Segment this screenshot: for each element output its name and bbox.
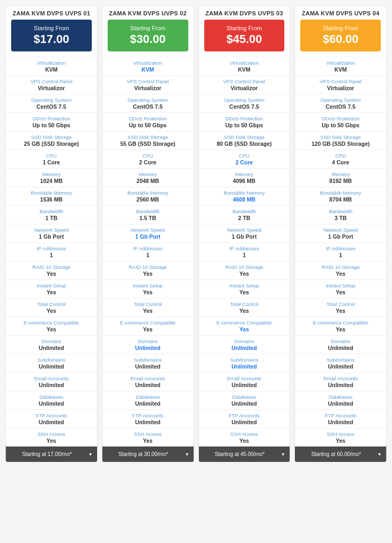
price-from-label: Starting From (112, 25, 184, 31)
spec-row: Instant SetupYes (295, 279, 386, 298)
spec-value: Virtualizor (299, 85, 382, 91)
spec-row: SSH AccessYes (295, 428, 386, 446)
spec-value: 55 GB (SSD Storage) (107, 141, 189, 147)
spec-row: Email AccountsUnlimited (199, 372, 290, 391)
spec-label: CPU (10, 153, 93, 159)
spec-value: 1 (299, 252, 382, 258)
order-button[interactable]: Starting at 60.00/mo*▾ (295, 446, 386, 462)
spec-value: Yes (107, 437, 189, 444)
spec-label: Memory (10, 171, 93, 177)
spec-row: Burstable Memory1536 MB (6, 187, 97, 205)
spec-row: DDoS ProtectionUp to 50 Gbps (6, 112, 97, 131)
order-button[interactable]: Starting at 17.00/mo*▾ (6, 446, 97, 462)
spec-label: Total Control (203, 301, 286, 307)
spec-label: SSH Access (203, 431, 286, 437)
spec-label: E-commerce Compatible (107, 320, 189, 326)
spec-value: 4096 MB (203, 178, 286, 184)
spec-label: Burstable Memory (299, 190, 382, 196)
spec-row: SSD Disk Storage55 GB (SSD Storage) (102, 131, 194, 150)
spec-row: Bandwidth1 TB (6, 205, 97, 224)
spec-row: CPU2 Core (199, 150, 290, 168)
spec-row: Memory1024 MB (6, 168, 97, 187)
spec-row: Email AccountsUnlimited (6, 372, 97, 391)
spec-value: Up to 50 Gbps (299, 122, 382, 128)
spec-label: E-commerce Compatible (299, 320, 382, 326)
spec-row: VirtualizationKVM (295, 57, 386, 75)
spec-value: Up to 50 Gbps (10, 122, 93, 128)
spec-label: Operating System (10, 97, 93, 103)
spec-label: Total Control (299, 301, 382, 307)
spec-row: Total ControlYes (199, 298, 290, 317)
spec-value: Yes (10, 437, 93, 444)
spec-value: Yes (203, 308, 286, 314)
chevron-down-icon: ▾ (375, 451, 384, 457)
spec-value: Yes (107, 308, 189, 314)
spec-value: 1 Gb Port (10, 233, 93, 240)
order-button[interactable]: Starting at 30.00/mo*▾ (102, 446, 194, 462)
spec-value: 1 Core (10, 159, 93, 165)
chevron-down-icon: ▾ (86, 451, 95, 457)
spec-row: VPS Control PanelVirtualizor (199, 75, 290, 94)
spec-row: Total ControlYes (295, 298, 386, 317)
spec-label: IP Addresses (107, 246, 189, 251)
spec-value: 2 TB (203, 215, 286, 221)
spec-row: Memory8192 MB (295, 168, 386, 187)
spec-row: SSD Disk Storage25 GB (SSD Storage) (6, 131, 97, 150)
spec-row: Burstable Memory2560 MB (102, 187, 194, 205)
spec-row: E-commerce CompatibleYes (199, 317, 290, 335)
spec-value: Unlimited (203, 363, 286, 370)
spec-value: Yes (203, 326, 286, 332)
spec-value: 120 GB (SSD Storage) (299, 141, 382, 147)
spec-row: DDoS ProtectionUp to 50 Gbps (295, 112, 386, 131)
spec-value: Unlimited (203, 345, 286, 351)
spec-label: VPS Control Panel (299, 78, 382, 84)
spec-value: 4 Core (299, 159, 382, 165)
price-amount: $17.00 (33, 32, 69, 46)
spec-value: 1.5 TB (107, 215, 189, 221)
spec-row: Instant SetupYes (199, 279, 290, 298)
spec-label: FTP Accounts (299, 413, 382, 418)
spec-label: FTP Accounts (10, 413, 93, 418)
spec-value: Yes (10, 308, 93, 314)
spec-label: DDoS Protection (299, 116, 382, 121)
spec-row: SSD Disk Storage80 GB (SSD Storage) (199, 131, 290, 150)
spec-row: FTP AccountsUnlimited (295, 409, 386, 428)
order-button[interactable]: Starting at 45.00/mo*▾ (199, 446, 290, 462)
spec-row: VPS Control PanelVirtualizor (295, 75, 386, 94)
spec-row: Email AccountsUnlimited (102, 372, 194, 391)
spec-row: Total ControlYes (102, 298, 194, 317)
spec-value: KVM (107, 66, 189, 73)
spec-label: SSD Disk Storage (203, 134, 286, 140)
chevron-down-icon: ▾ (182, 451, 191, 457)
spec-row: Operating SystemCentOS 7.5 (295, 94, 386, 112)
spec-row: SSD Disk Storage120 GB (SSD Storage) (295, 131, 386, 150)
spec-row: FTP AccountsUnlimited (6, 409, 97, 428)
spec-row: Bandwidth2 TB (199, 205, 290, 224)
spec-label: Email Accounts (203, 375, 286, 381)
spec-label: Bandwidth (203, 208, 286, 214)
spec-value: 80 GB (SSD Storage) (203, 141, 286, 147)
spec-row: RAID 10 StorageYes (102, 261, 194, 279)
spec-label: VPS Control Panel (10, 78, 93, 84)
spec-row: RAID 10 StorageYes (6, 261, 97, 279)
spec-row: SSH AccessYes (102, 428, 194, 446)
spec-label: Bandwidth (10, 208, 93, 214)
spec-label: Total Control (10, 301, 93, 307)
spec-value: 1 TB (10, 215, 93, 221)
spec-value: 1536 MB (10, 196, 93, 203)
spec-row: DDoS ProtectionUp to 50 Gbps (102, 112, 194, 131)
spec-label: Memory (299, 171, 382, 177)
spec-label: Domains (10, 338, 93, 344)
spec-label: DDoS Protection (10, 116, 93, 121)
spec-label: SSH Access (299, 431, 382, 437)
spec-value: Yes (203, 270, 286, 277)
price-amount: $30.00 (130, 32, 165, 46)
price-box: Starting From$17.00 (11, 20, 92, 51)
spec-label: Network Speed (203, 227, 286, 233)
spec-value: Unlimited (203, 419, 286, 425)
spec-label: RAID 10 Storage (107, 264, 189, 270)
spec-label: SSD Disk Storage (10, 134, 93, 140)
spec-value: 4608 MB (203, 196, 286, 203)
price-amount: $45.00 (227, 32, 262, 46)
spec-row: Memory2048 MB (102, 168, 194, 187)
